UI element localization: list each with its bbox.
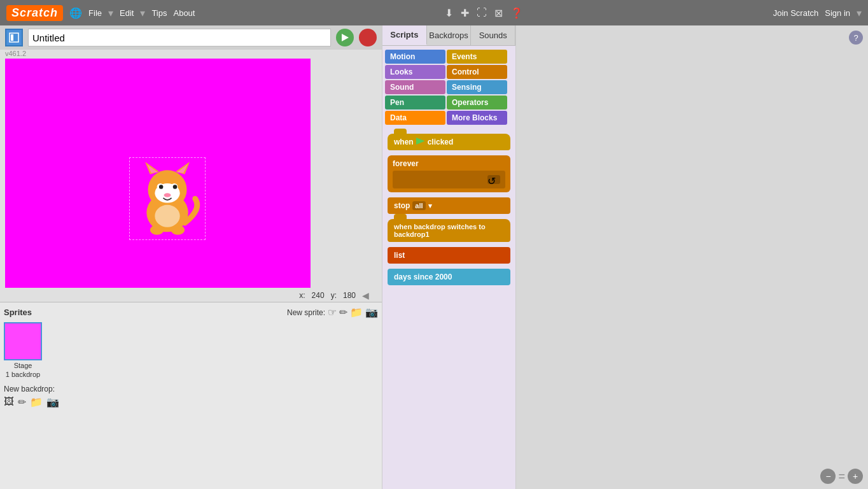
file-menu[interactable]: File (88, 8, 102, 18)
cat-control[interactable]: Control (447, 65, 507, 79)
stage-sprite-name: Stage (14, 362, 32, 369)
x-label: x: (299, 291, 305, 300)
version-label: v461.2 (0, 50, 382, 57)
stage-canvas (5, 59, 311, 288)
tips-menu[interactable]: Tips (151, 8, 167, 18)
script-area: ? − = + (515, 25, 868, 489)
backdrop-camera-icon[interactable]: 📷 (46, 396, 59, 408)
globe-icon[interactable]: 🌐 (69, 7, 82, 19)
cat-operators[interactable]: Operators (447, 96, 507, 110)
edit-menu[interactable]: Edit (120, 8, 134, 18)
help-icon[interactable]: ❓ (510, 7, 523, 19)
stop-label: stop (394, 201, 410, 210)
green-flag-button[interactable] (336, 29, 354, 46)
when-label: when (394, 138, 414, 146)
when-backdrop-label: when backdrop switches to backdrop1 (394, 223, 504, 238)
new-sprite-area: New sprite: ☞ ✏ 📁 📷 (287, 306, 378, 318)
left-panel: v461.2 (0, 25, 382, 489)
stage-header (0, 25, 382, 50)
sprites-panel: Sprites New sprite: ☞ ✏ 📁 📷 Stage 1 back… (0, 302, 382, 489)
cat-sprite (132, 160, 202, 237)
cat-sensing[interactable]: Sensing (447, 80, 507, 94)
cat-motion[interactable]: Motion (385, 50, 445, 64)
stop-button[interactable] (359, 29, 377, 46)
clicked-label: clicked (428, 138, 454, 146)
tabs-bar: Scripts Backdrops Sounds (382, 25, 515, 46)
svg-marker-2 (342, 34, 349, 41)
cat-events[interactable]: Events (447, 50, 507, 64)
folder-icon[interactable]: 📁 (350, 306, 363, 318)
camera-icon[interactable]: 📷 (365, 306, 378, 318)
block-list[interactable]: list (388, 247, 510, 264)
resize-handle[interactable]: ◀ (362, 290, 369, 301)
upload-icon[interactable]: ✚ (461, 7, 469, 19)
download-icon[interactable]: ⬇ (445, 7, 453, 19)
expand-icon[interactable]: ⛶ (477, 7, 487, 19)
svg-point-12 (159, 185, 164, 189)
svg-point-16 (171, 225, 185, 234)
svg-point-17 (155, 205, 179, 227)
svg-rect-1 (11, 34, 13, 41)
backdrop-image-icon[interactable]: 🖼 (4, 396, 14, 408)
sprites-list: Stage 1 backdrop (4, 322, 378, 378)
tab-scripts[interactable]: Scripts (382, 25, 427, 45)
block-days-since[interactable]: days since 2000 (388, 269, 510, 285)
block-forever[interactable]: forever ↺ (388, 155, 510, 192)
toolbar-icons: ⬇ ✚ ⛶ ⊠ ❓ (445, 7, 523, 19)
shrink-icon[interactable]: ⊠ (494, 7, 503, 19)
coord-bar: x: 240 y: 180 ◀ (0, 289, 382, 302)
tab-backdrops[interactable]: Backdrops (427, 25, 472, 45)
y-value: 180 (343, 291, 356, 300)
block-stop[interactable]: stop all ▾ (388, 197, 510, 214)
zoom-out-button[interactable]: − (820, 469, 836, 484)
scratch-logo[interactable]: Scratch (6, 5, 63, 21)
stage-sprite-thumb[interactable]: Stage 1 backdrop (4, 322, 42, 378)
cat-data[interactable]: Data (385, 111, 445, 125)
flag-icon (416, 138, 425, 146)
zoom-in-button[interactable]: + (848, 469, 863, 484)
cat-pen[interactable]: Pen (385, 96, 445, 110)
stage-sprite-sublabel: 1 backdrop (6, 371, 40, 378)
paintbrush-icon[interactable]: ✏ (339, 306, 347, 318)
zoom-separator: = (838, 470, 845, 483)
new-backdrop-label: New backdrop: (4, 385, 378, 393)
main-layout: v461.2 (0, 25, 868, 489)
svg-point-14 (164, 193, 171, 197)
topbar: Scratch 🌐 File ▾ Edit ▾ Tips About ⬇ ✚ ⛶… (0, 0, 868, 25)
backdrop-paint-icon[interactable]: ✏ (18, 396, 26, 408)
stage-selector-button[interactable] (5, 29, 23, 46)
dropdown-arrow-icon: ▾ (428, 202, 432, 210)
block-when-backdrop[interactable]: when backdrop switches to backdrop1 (388, 219, 510, 242)
svg-point-15 (150, 225, 164, 234)
blocks-panel: Scripts Backdrops Sounds Motion Events L… (382, 25, 515, 489)
x-value: 240 (312, 291, 325, 300)
categories: Motion Events Looks Control Sound Sensin… (382, 46, 515, 129)
new-backdrop-area: New backdrop: 🖼 ✏ 📁 📷 (4, 385, 378, 408)
project-title-input[interactable] (28, 29, 331, 46)
svg-point-13 (173, 185, 178, 189)
stop-dropdown[interactable]: all (412, 201, 425, 210)
backdrop-folder-icon[interactable]: 📁 (30, 396, 43, 408)
help-button[interactable]: ? (849, 31, 863, 45)
cat-sound[interactable]: Sound (385, 80, 445, 94)
zoom-controls: − = + (820, 469, 863, 484)
join-scratch[interactable]: Join Scratch (773, 8, 819, 18)
loop-arrow-icon: ↺ (487, 175, 500, 184)
days-since-label: days since 2000 (394, 273, 452, 281)
tab-sounds[interactable]: Sounds (471, 25, 515, 45)
about-menu[interactable]: About (173, 8, 195, 18)
cat-looks[interactable]: Looks (385, 65, 445, 79)
block-when-flag-clicked[interactable]: when clicked (388, 134, 510, 150)
list-label: list (394, 251, 405, 260)
backdrop-icons: 🖼 ✏ 📁 📷 (4, 396, 378, 408)
blocks-list: when clicked forever ↺ stop all ▾ when b… (382, 129, 515, 489)
cat-moreblocks[interactable]: More Blocks (447, 111, 507, 125)
sprites-label: Sprites (4, 308, 32, 317)
forever-inner: ↺ (393, 171, 505, 188)
stage-sprite-image (4, 322, 42, 360)
paint-cursor-icon[interactable]: ☞ (328, 306, 337, 318)
new-sprite-label: New sprite: (287, 308, 325, 317)
sprites-header: Sprites New sprite: ☞ ✏ 📁 📷 (4, 306, 378, 318)
forever-label: forever (393, 159, 505, 168)
sign-in[interactable]: Sign in (825, 8, 850, 18)
